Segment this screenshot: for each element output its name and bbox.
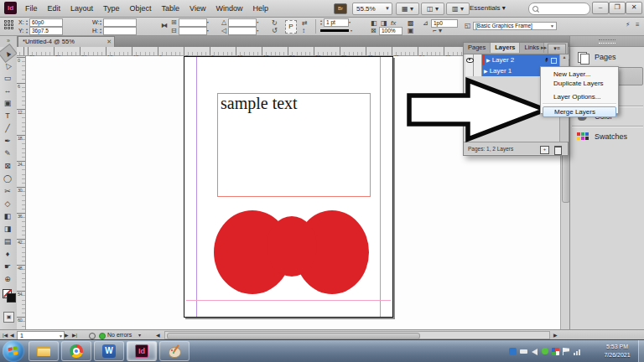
menu-item-layer-options[interactable]: Layer Options... bbox=[541, 92, 618, 101]
battery-icon[interactable] bbox=[520, 349, 527, 354]
menu-item[interactable]: Help bbox=[247, 0, 273, 17]
tab-layers[interactable]: Layers bbox=[491, 43, 520, 53]
menu-item[interactable]: Edit bbox=[43, 0, 66, 17]
layer-row-2[interactable]: ▶ Layer 2 ✒ bbox=[465, 54, 559, 65]
start-button[interactable] bbox=[3, 340, 24, 362]
tray-green-icon[interactable] bbox=[542, 348, 548, 354]
dock-item-swatches[interactable]: Swatches bbox=[572, 127, 643, 146]
panel-menu-icon[interactable]: ≡ bbox=[636, 21, 640, 28]
hand-tool[interactable]: ☛ bbox=[0, 261, 15, 273]
workspace-switcher[interactable]: Essentials ▾ bbox=[470, 3, 506, 13]
menu-item[interactable]: Table bbox=[157, 0, 185, 17]
scissors-tool[interactable]: ✂ bbox=[0, 185, 15, 198]
corner-shape-dropdown[interactable]: ⌐ ▾ bbox=[433, 27, 442, 34]
collapse-panel-icon[interactable]: ▸▸ bbox=[541, 44, 547, 51]
taskbar-chrome-button[interactable] bbox=[61, 341, 91, 361]
menu-item-new-layer[interactable]: New Layer... bbox=[541, 70, 618, 79]
scroll-left-icon[interactable]: ◀ bbox=[156, 332, 160, 338]
arrange-documents-dropdown[interactable]: ▥ ▾ bbox=[446, 3, 470, 15]
red-bowtie-shape[interactable] bbox=[184, 57, 392, 317]
y-position-field[interactable]: 36p7.5 bbox=[29, 27, 63, 35]
horizontal-scrollbar[interactable] bbox=[164, 331, 550, 339]
restore-button[interactable]: ❐ bbox=[609, 2, 626, 14]
wrap-icon[interactable]: ▣ bbox=[408, 27, 414, 34]
rotation-angle-field[interactable] bbox=[228, 18, 257, 27]
page[interactable]: sample text bbox=[184, 56, 393, 318]
bridge-button[interactable]: Br bbox=[334, 3, 347, 14]
menu-item-merge-layers[interactable]: Merge Layers bbox=[543, 106, 616, 117]
width-field[interactable] bbox=[103, 18, 137, 27]
layer-name[interactable]: Layer 2 bbox=[492, 56, 515, 64]
free-transform-tool[interactable]: ◇ bbox=[0, 198, 15, 210]
taskbar-word-button[interactable]: W bbox=[94, 341, 124, 361]
content-collector-tool[interactable]: ▣ bbox=[0, 97, 15, 110]
shear-angle-field[interactable] bbox=[228, 27, 257, 35]
zoom-tool[interactable]: ⊕ bbox=[0, 273, 15, 286]
drop-shadow-icon[interactable]: ▩ bbox=[408, 19, 414, 27]
rectangle-frame-tool[interactable]: ⊠ bbox=[0, 160, 15, 173]
note-tool[interactable]: ▤ bbox=[0, 235, 15, 248]
stroke-weight-field[interactable]: 1 pt bbox=[324, 18, 349, 27]
view-mode-button[interactable]: ▣ bbox=[3, 312, 14, 323]
menu-item[interactable]: Type bbox=[98, 0, 125, 17]
menu-item[interactable]: Window bbox=[210, 0, 247, 17]
search-input[interactable] bbox=[528, 3, 590, 15]
menu-item[interactable]: File bbox=[20, 0, 43, 17]
previous-page-button[interactable]: ◀ bbox=[10, 332, 14, 338]
vertical-ruler[interactable]: 06121824303642485460 bbox=[17, 56, 26, 329]
object-style-dropdown[interactable]: [Basic Graphics Frame]▼ bbox=[473, 22, 557, 30]
show-desktop-button[interactable] bbox=[638, 340, 644, 362]
scale-y-field[interactable] bbox=[179, 27, 207, 35]
rotate-cw-icon[interactable]: ↻ bbox=[272, 19, 278, 27]
visibility-toggle[interactable] bbox=[465, 54, 474, 65]
fx-icon[interactable]: fx bbox=[391, 19, 396, 27]
close-tab-icon[interactable]: ✕ bbox=[106, 37, 112, 47]
transparency-icon[interactable]: ◨ bbox=[381, 19, 387, 27]
taskbar-clock[interactable]: 5:53 PM 7/26/2021 bbox=[597, 343, 637, 359]
dock-item-pages[interactable]: Pages bbox=[572, 48, 643, 66]
x-position-field[interactable]: 60p0 bbox=[29, 18, 63, 27]
gradient-feather-tool[interactable]: ◨ bbox=[0, 223, 15, 235]
quick-apply-icon[interactable]: ⚡ bbox=[626, 21, 631, 28]
taskbar-indesign-button[interactable]: Id bbox=[127, 341, 157, 361]
gap-tool[interactable]: ↔ bbox=[0, 85, 15, 97]
rotate-ccw-icon[interactable]: ↺ bbox=[272, 27, 278, 34]
view-options-dropdown[interactable]: ▦ ▾ bbox=[396, 3, 419, 15]
lock-toggle[interactable] bbox=[474, 54, 482, 65]
stroke-style-dropdown[interactable]: ▾ bbox=[351, 29, 354, 33]
tray-color-icon[interactable] bbox=[552, 348, 559, 355]
panel-flyout-menu-button[interactable]: ▾≡ bbox=[548, 44, 566, 54]
tray-app-icon[interactable] bbox=[509, 348, 517, 355]
taskbar-paint-button[interactable] bbox=[159, 341, 190, 361]
constrain-proportions-icon[interactable]: ⧓ bbox=[161, 22, 168, 29]
document-tab[interactable]: *Untitled-4 @ 55%✕ bbox=[18, 36, 115, 47]
scale-x-field[interactable] bbox=[179, 18, 207, 27]
speaker-icon[interactable] bbox=[532, 349, 538, 355]
fill-stroke-indicator[interactable] bbox=[3, 289, 14, 301]
tab-pages[interactable]: Pages bbox=[464, 43, 491, 53]
dock-header[interactable] bbox=[570, 36, 644, 47]
menu-item-duplicate-layers[interactable]: Duplicate Layers bbox=[541, 79, 618, 88]
screen-mode-dropdown[interactable]: ◫ ▾ bbox=[421, 3, 444, 15]
flip-horizontal-icon[interactable]: ⇄ bbox=[302, 19, 308, 27]
first-page-button[interactable]: |◀ bbox=[3, 332, 8, 338]
taskbar-explorer-button[interactable] bbox=[29, 341, 59, 361]
flip-vertical-icon[interactable]: ↕ bbox=[302, 27, 305, 34]
opacity-field[interactable]: 100% bbox=[379, 27, 402, 35]
target-square[interactable] bbox=[551, 58, 557, 64]
rectangle-tool[interactable]: ◯ bbox=[0, 173, 15, 185]
scroll-right-icon[interactable]: ▶ bbox=[553, 332, 558, 338]
delete-layer-icon[interactable] bbox=[554, 146, 562, 155]
type-tool[interactable]: T bbox=[0, 110, 15, 122]
scrollbar-thumb[interactable] bbox=[167, 333, 420, 339]
close-button[interactable]: ✕ bbox=[626, 2, 642, 14]
line-tool[interactable]: ╱ bbox=[0, 122, 15, 135]
action-center-flag-icon[interactable] bbox=[563, 348, 570, 355]
reference-point-proxy[interactable] bbox=[4, 20, 13, 29]
effects-icon[interactable]: ◧ bbox=[371, 19, 377, 27]
disclosure-triangle-icon[interactable]: ▶ bbox=[486, 57, 491, 63]
zoom-level-dropdown[interactable]: 55.5%▼ bbox=[352, 3, 392, 15]
eyedropper-tool[interactable]: ♦ bbox=[0, 248, 15, 261]
next-page-button[interactable]: ▶ bbox=[65, 332, 69, 338]
page-tool[interactable]: ▭ bbox=[0, 72, 15, 85]
